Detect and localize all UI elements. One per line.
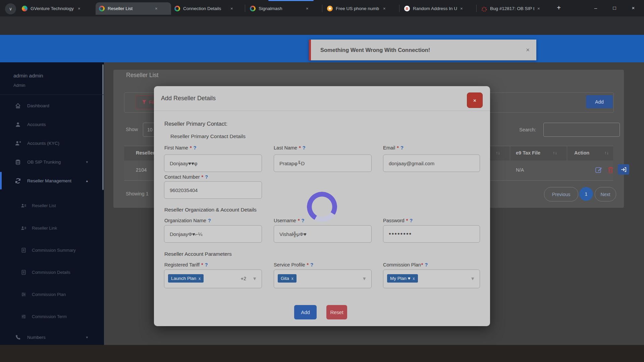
sidebar-item-accounts[interactable]: Accounts bbox=[0, 115, 104, 134]
sidebar-item-reseller-management[interactable]: Reseller Management ▴ bbox=[0, 171, 104, 190]
tab-close-icon[interactable]: × bbox=[230, 6, 233, 11]
sidebar-subitem-commission-summary[interactable]: Commission Summary bbox=[0, 241, 104, 259]
list-settings-icon bbox=[21, 292, 26, 297]
help-icon[interactable]: ? bbox=[194, 145, 197, 150]
sort-icon[interactable]: ↑↓ bbox=[604, 150, 609, 155]
help-icon[interactable]: ? bbox=[310, 262, 313, 267]
sidebar-subitem-commission-plan[interactable]: Commission Plan bbox=[0, 285, 104, 304]
section-organization: Reseller Organization & Account Details bbox=[164, 207, 257, 213]
commission-plan-select[interactable]: My Plan ♥x ▼ bbox=[383, 269, 480, 288]
signalmash-favicon bbox=[174, 6, 180, 11]
table-search-input[interactable] bbox=[543, 123, 620, 137]
minimize-button[interactable]: – bbox=[588, 1, 603, 14]
username-input[interactable]: Vishal╬μΦ♥ bbox=[274, 225, 372, 243]
tab-bug-12817[interactable]: Bug #12817: OB SIP t × bbox=[478, 2, 553, 15]
column-header-action[interactable]: Action bbox=[574, 150, 589, 156]
loading-spinner bbox=[307, 192, 337, 222]
last-name-input[interactable]: Pratapφ╙D bbox=[274, 155, 372, 172]
tab-connection-details[interactable]: Connection Details × bbox=[171, 2, 247, 15]
tab-title: Bug #12817: OB SIP t bbox=[490, 6, 534, 11]
contact-number-label: Contact Number*? bbox=[164, 174, 208, 180]
add-reseller-button[interactable]: Add bbox=[586, 95, 613, 108]
password-input[interactable]: •••••••• bbox=[383, 225, 480, 243]
sidebar-item-accounts-kyc[interactable]: Accounts (KYC) bbox=[0, 134, 104, 153]
modal-add-button[interactable]: Add bbox=[294, 305, 317, 319]
sidebar-subitem-reseller-list[interactable]: Reseller List bbox=[0, 196, 104, 215]
chip-remove-icon[interactable]: x bbox=[291, 276, 293, 281]
phone-icon bbox=[15, 334, 21, 341]
sidebar-item-ob-sip-trunking[interactable]: OB SIP Trunking ▾ bbox=[0, 153, 104, 171]
modal-close-button[interactable]: × bbox=[467, 93, 483, 108]
pagination-page-1[interactable]: 1 bbox=[579, 187, 593, 201]
maximize-button[interactable]: □ bbox=[607, 1, 622, 14]
tab-close-icon[interactable]: × bbox=[78, 6, 80, 11]
dropdown-caret-icon[interactable]: ▼ bbox=[252, 276, 257, 281]
delete-icon[interactable] bbox=[607, 166, 614, 174]
tab-reseller-list[interactable]: Reseller List × bbox=[96, 2, 171, 15]
commission-chip[interactable]: My Plan ♥x bbox=[387, 274, 418, 283]
tab-close-icon[interactable]: × bbox=[537, 6, 540, 11]
tab-free-us-phone[interactable]: Free US phone numb × bbox=[324, 2, 399, 15]
contact-number-input[interactable]: 9602035404 bbox=[164, 181, 262, 199]
windows-taskbar bbox=[0, 345, 644, 362]
modal-reset-button[interactable]: Reset bbox=[326, 305, 347, 319]
chip-remove-icon[interactable]: x bbox=[413, 276, 415, 281]
chip-remove-icon[interactable]: x bbox=[199, 276, 201, 281]
sidebar-subitem-label: Commission Term bbox=[32, 314, 67, 319]
sync-icon bbox=[15, 178, 21, 184]
sidebar-subitem-commission-details[interactable]: Commission Details bbox=[0, 263, 104, 282]
service-chip[interactable]: Gitax bbox=[278, 274, 297, 283]
document-lines-icon bbox=[21, 269, 26, 275]
help-icon[interactable]: ? bbox=[205, 174, 208, 180]
tariff-chip[interactable]: Launch Planx bbox=[168, 274, 204, 283]
toast-close-icon[interactable]: × bbox=[526, 46, 530, 54]
divider bbox=[0, 95, 104, 95]
tab-close-icon[interactable]: × bbox=[460, 6, 463, 11]
required-icon: * bbox=[201, 262, 203, 267]
funnel-icon bbox=[142, 100, 147, 105]
tab-close-icon[interactable]: × bbox=[383, 6, 386, 11]
help-icon[interactable]: ? bbox=[303, 145, 306, 150]
help-icon[interactable]: ? bbox=[302, 218, 305, 223]
tab-search-button[interactable]: ∨ bbox=[5, 3, 16, 14]
help-icon[interactable]: ? bbox=[425, 262, 428, 267]
browser-toolbar: ← → ↻ signalmashdbtest.gventure.info/#/r… bbox=[0, 16, 644, 35]
help-icon[interactable]: ? bbox=[410, 218, 413, 223]
sort-icon[interactable]: ↑↓ bbox=[496, 150, 500, 155]
pagination-previous-button[interactable]: Previous bbox=[544, 187, 578, 201]
tab-close-icon[interactable]: × bbox=[155, 6, 158, 11]
column-header-e9-tax-file[interactable]: e9 Tax File bbox=[516, 150, 540, 156]
edit-icon[interactable] bbox=[595, 166, 603, 174]
pagination-next-button[interactable]: Next bbox=[595, 187, 616, 201]
help-icon[interactable]: ? bbox=[205, 262, 208, 267]
sliders-icon bbox=[21, 314, 26, 319]
tab-divider bbox=[476, 5, 477, 12]
chevron-down-icon: ▾ bbox=[86, 160, 88, 164]
service-profile-select[interactable]: Gitax ▼ bbox=[274, 269, 372, 288]
organization-name-input[interactable]: DonjaayΦ♥⌐¼ bbox=[164, 225, 262, 243]
tab-gventure[interactable]: GVenture Technology × bbox=[18, 2, 96, 15]
sidebar-item-dashboard[interactable]: Dashboard bbox=[0, 96, 104, 115]
random-address-favicon: R bbox=[404, 6, 410, 11]
chip-label: Gita bbox=[281, 276, 289, 281]
help-icon[interactable]: ? bbox=[208, 218, 211, 223]
tab-random-address[interactable]: R Random Address In U × bbox=[401, 2, 476, 15]
search-label: Search: bbox=[519, 127, 536, 132]
sidebar-subitem-reseller-link[interactable]: Reseller Link bbox=[0, 219, 104, 237]
tab-title: Free US phone numb bbox=[336, 6, 380, 11]
sort-icon[interactable]: ↑↓ bbox=[553, 150, 557, 155]
dropdown-caret-icon[interactable]: ▼ bbox=[362, 276, 367, 281]
login-as-reseller-icon[interactable] bbox=[618, 164, 629, 175]
sidebar-item-numbers[interactable]: Numbers ▾ bbox=[0, 328, 104, 347]
tab-signalmash[interactable]: Signalmash × bbox=[247, 2, 322, 15]
help-icon[interactable]: ? bbox=[400, 145, 404, 150]
tab-close-icon[interactable]: × bbox=[306, 6, 309, 11]
divider bbox=[154, 111, 490, 111]
new-tab-button[interactable]: + bbox=[553, 1, 565, 14]
first-name-input[interactable]: Donjaay♥♥φ bbox=[164, 155, 262, 172]
email-input[interactable]: donjaay@gmail.com bbox=[383, 155, 480, 172]
registered-tariff-select[interactable]: Launch Planx +2 ▼ bbox=[164, 269, 262, 288]
dropdown-caret-icon[interactable]: ▼ bbox=[470, 276, 475, 281]
window-close-button[interactable]: × bbox=[626, 1, 641, 14]
sidebar-subitem-commission-term[interactable]: Commission Term bbox=[0, 307, 104, 326]
